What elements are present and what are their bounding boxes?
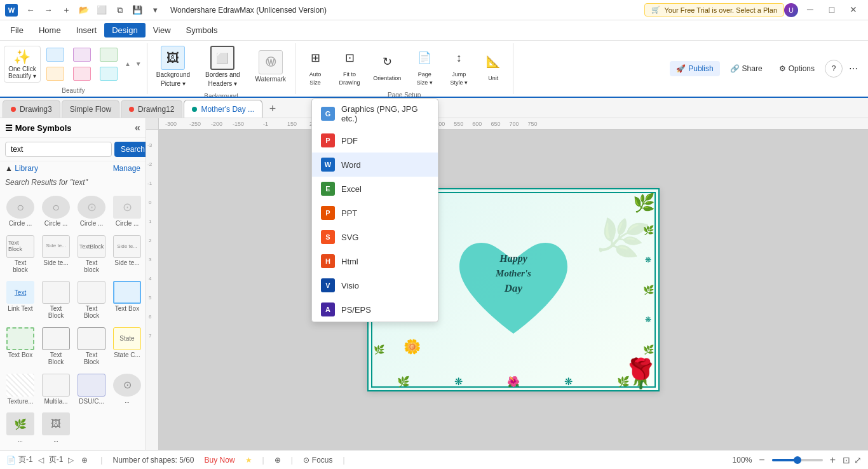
symbol-dsuc[interactable]: DSU/C... (75, 371, 108, 408)
trial-banner[interactable]: 🛒 Your Free Trial is over. Select a Plan (644, 3, 784, 17)
export-pdf[interactable]: P PDF (312, 128, 438, 153)
new-btn[interactable]: ＋ (58, 3, 74, 18)
beautify-style-1[interactable] (43, 46, 68, 64)
publish-btn[interactable]: 🚀Publish (670, 61, 719, 76)
buy-now-link[interactable]: Buy Now (205, 456, 235, 465)
add-tab-btn[interactable]: + (264, 100, 281, 118)
collapse-panel-btn[interactable]: « (135, 122, 140, 133)
symbol-sidetext-1[interactable]: Side te... Side te... (39, 233, 72, 276)
background-picture-btn[interactable]: 🖼 Background Picture ▾ (151, 43, 195, 90)
minimize-btn[interactable]: ─ (801, 3, 820, 16)
export-excel[interactable]: E Excel (312, 177, 438, 201)
fullscreen-btn[interactable]: ⤢ (854, 455, 862, 465)
symbol-textbox-1[interactable]: Text Box (111, 278, 144, 322)
one-click-beautify-btn[interactable]: ✨ One Click Beautify ▾ (4, 46, 41, 83)
symbol-textblock-3[interactable]: Text Block (39, 278, 72, 322)
symbol-textblock-1[interactable]: Text Block Text block (4, 233, 37, 276)
unit-btn[interactable]: 📐 Unit (477, 47, 509, 85)
beautify-style-5[interactable] (69, 65, 95, 83)
menu-home[interactable]: Home (31, 23, 69, 37)
export-ppt-icon: P (321, 206, 335, 220)
symbol-textblock-6[interactable]: Text Block (75, 325, 108, 369)
export-graphics[interactable]: G Graphics (PNG, JPG etc.) (312, 99, 438, 128)
export-pseps[interactable]: A PS/EPS (312, 297, 438, 322)
borders-headers-btn[interactable]: ⬜ Borders and Headers ▾ (200, 43, 245, 90)
menu-view[interactable]: View (146, 23, 179, 37)
beautify-style-4[interactable] (43, 65, 68, 83)
symbol-textbox-2[interactable]: Text Box (4, 325, 37, 369)
jump-style-btn[interactable]: ↕ Jump Style ▾ (443, 43, 475, 89)
page-size-btn[interactable]: 📄 Page Size ▾ (409, 43, 440, 89)
share-btn[interactable]: 🔗Share (724, 61, 769, 76)
tab-drawing3[interactable]: Drawing3 (3, 100, 60, 118)
export-word[interactable]: W Word (312, 153, 438, 177)
search-input[interactable] (5, 142, 112, 157)
beautify-style-3[interactable] (96, 46, 121, 64)
fit-page-btn[interactable]: ⊡ (843, 455, 850, 465)
manage-link[interactable]: Manage (113, 164, 140, 173)
page-nav-forward[interactable]: ▷ (65, 455, 76, 465)
menu-file[interactable]: File (3, 23, 31, 37)
symbol-circle-2[interactable]: ○ Circle ... (39, 193, 72, 230)
focus-item[interactable]: ⊙ Focus (303, 456, 333, 465)
maximize-btn[interactable]: □ (822, 3, 841, 16)
symbol-extra-1[interactable]: ⊙ ... (111, 371, 144, 408)
symbol-textblock-4[interactable]: Text Block (75, 278, 108, 322)
ribbon-scroll-up[interactable]: ▲ (123, 59, 132, 69)
add-page-btn[interactable]: ⊕ (79, 455, 90, 465)
library-link[interactable]: Library (15, 164, 38, 173)
symbol-textblock-5[interactable]: Text Block (39, 325, 72, 369)
close-btn[interactable]: ✕ (844, 3, 863, 16)
dropdown-btn[interactable]: ▾ (147, 3, 163, 18)
orientation-btn[interactable]: ↻ Orientation (368, 47, 406, 85)
tab-btn[interactable]: ⬜ (94, 3, 109, 18)
export-visio[interactable]: V Visio (312, 273, 438, 297)
symbol-multila[interactable]: Multila... (39, 371, 72, 408)
canvas-area[interactable]: -300 -250 -200 -150 -1 150 200 250 300 3… (146, 118, 868, 450)
menu-insert[interactable]: Insert (69, 23, 105, 37)
forward-btn[interactable]: → (41, 3, 56, 18)
symbol-statec[interactable]: State State C... (111, 325, 144, 369)
save-btn[interactable]: 💾 (130, 3, 145, 18)
help-btn[interactable]: ? (825, 60, 843, 78)
tab-drawing12[interactable]: Drawing12 (121, 100, 182, 118)
expand-ribbon-btn[interactable]: ⋯ (846, 61, 860, 76)
back-btn[interactable]: ← (23, 3, 38, 18)
symbol-texture[interactable]: Texture... (4, 371, 37, 408)
symbol-circle-4[interactable]: ⊙ Circle ... (111, 193, 144, 230)
menu-symbols[interactable]: Symbols (179, 23, 226, 37)
search-button[interactable]: Search (114, 142, 146, 157)
ribbon-scroll-down[interactable]: ▼ (134, 59, 143, 69)
flower-top-right: 🌿 (633, 193, 655, 214)
left-panel: ☰ More Symbols « Search ▲ Library Manage… (0, 118, 146, 450)
beautify-style-6[interactable] (96, 65, 121, 83)
zoom-slider[interactable] (772, 459, 823, 461)
fit-to-drawing-btn[interactable]: ⊡ Fit to Drawing (334, 43, 365, 89)
menu-design[interactable]: Design (104, 23, 145, 37)
zoom-out-btn[interactable]: − (756, 454, 768, 466)
export-html-icon: H (321, 254, 335, 268)
symbol-extra-2[interactable]: 🌿 ... (4, 410, 37, 446)
symbol-circle-1[interactable]: ○ Circle ... (4, 193, 37, 230)
symbol-extra-3[interactable]: 🖼 ... (39, 410, 72, 446)
export-svg[interactable]: S SVG (312, 225, 438, 249)
page-nav-back[interactable]: ◁ (36, 455, 46, 465)
watermark-btn[interactable]: Ⓦ Watermark (250, 48, 292, 86)
window-btn[interactable]: ⧉ (112, 3, 127, 18)
auto-size-btn[interactable]: ⊞ Auto Size (299, 43, 331, 89)
export-ppt[interactable]: P PPT (312, 201, 438, 225)
open-btn[interactable]: 📂 (76, 3, 92, 18)
user-avatar-btn[interactable]: U (784, 3, 798, 17)
symbol-textblock-2[interactable]: TextBlock Text block (75, 233, 108, 276)
options-btn[interactable]: ⚙Options (773, 61, 821, 76)
ruler-top: -300 -250 -200 -150 -1 150 200 250 300 3… (146, 118, 868, 130)
export-html[interactable]: H Html (312, 249, 438, 273)
zoom-in-btn[interactable]: + (827, 454, 839, 466)
symbol-circle-3[interactable]: ⊙ Circle ... (75, 193, 108, 230)
symbol-link-text[interactable]: Text Link Text (4, 278, 37, 322)
tab-mothers-day[interactable]: Mother's Day ... (184, 100, 262, 118)
canvas-content[interactable]: 🌿 🌿 🌿 ❋ 🌿 ❋ 🌿 🌿 ❋ 🌿 ❋ (159, 130, 868, 450)
symbol-sidetext-2[interactable]: Side te... Side te... (111, 233, 144, 276)
tab-simple-flow[interactable]: Simple Flow (62, 100, 119, 118)
beautify-style-2[interactable] (69, 46, 95, 64)
